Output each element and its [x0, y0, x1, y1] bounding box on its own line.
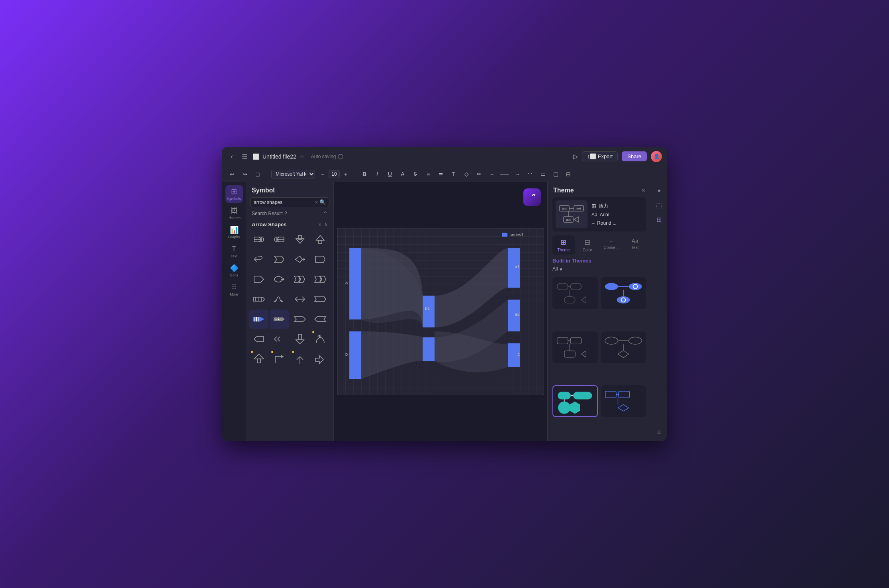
shape-left-solid[interactable] — [249, 329, 268, 349]
theme-card-blue-outline[interactable] — [601, 385, 646, 417]
shape-button[interactable]: ◇ — [461, 169, 472, 179]
right-sidebar-grid[interactable]: ⊞ — [654, 214, 665, 225]
tab-theme[interactable]: ⊞ Theme — [552, 235, 575, 255]
undo-button[interactable]: ↩ — [227, 169, 237, 179]
sidebar-item-symbols[interactable]: ⊞ Symbols — [225, 185, 243, 203]
theme-card-dark-diamond[interactable] — [601, 331, 646, 363]
align2-button[interactable]: ≣ — [436, 169, 446, 179]
sidebar-item-icons[interactable]: 🔷 Icons — [225, 262, 243, 279]
more-icon: ⠿ — [231, 283, 237, 292]
shape-s-curve[interactable] — [270, 290, 289, 309]
dotted-button[interactable]: ⋯ — [525, 169, 535, 179]
theme-card-light-rounded[interactable] — [552, 277, 598, 309]
section-toggle-button[interactable]: ∧ — [324, 221, 328, 227]
underline-button[interactable]: U — [385, 169, 395, 179]
canvas-area[interactable]: ʼʼ series1 — [334, 182, 547, 441]
strikethrough-button[interactable]: S̶ — [410, 169, 421, 179]
frame-button[interactable]: ▭ — [538, 169, 548, 179]
shape-right-notch[interactable] — [311, 290, 330, 309]
search-button[interactable]: 🔍 — [319, 199, 326, 205]
shape-left-curved[interactable] — [249, 250, 268, 269]
shape-down-arrow[interactable] — [290, 230, 309, 249]
svg-marker-80 — [618, 405, 629, 411]
shape-up-curve[interactable] — [311, 329, 330, 349]
line-style-button[interactable]: —— — [499, 169, 510, 179]
shape-up-arrow[interactable] — [311, 230, 330, 249]
right-sidebar-settings[interactable]: ≡ — [654, 427, 665, 438]
search-clear-button[interactable]: × — [315, 200, 318, 205]
redo-button[interactable]: ↪ — [240, 169, 250, 179]
shape-right-chevron-3[interactable] — [311, 250, 330, 269]
shape-left-arrow[interactable] — [270, 230, 289, 249]
section-close-button[interactable]: × — [318, 221, 321, 227]
share-button[interactable]: Share — [622, 151, 647, 161]
shape-oval-arrow[interactable] — [270, 270, 289, 289]
pencil-button[interactable]: ✏ — [474, 169, 484, 179]
right-sidebar-page[interactable]: ⬚ — [654, 200, 665, 211]
filter-row[interactable]: All ∨ — [552, 266, 646, 272]
font-selector[interactable]: Microsoft YaHei Arial Times New Roman — [271, 170, 315, 178]
shape-double-left[interactable] — [270, 329, 289, 349]
font-increase-button[interactable]: + — [341, 169, 351, 179]
connector-button[interactable]: ⌐ — [487, 169, 497, 179]
shape-filled-right-gray[interactable] — [270, 310, 289, 329]
collapse-button[interactable]: ⌃ — [323, 210, 328, 217]
arrow-button[interactable]: → — [512, 169, 523, 179]
menu-button[interactable]: ☰ — [240, 153, 249, 160]
shape-diamond-arrow[interactable] — [290, 250, 309, 269]
shape-pentagon[interactable] — [249, 270, 268, 289]
sidebar-item-more[interactable]: ⠿ More — [225, 281, 243, 298]
align-button[interactable]: ≡ — [423, 169, 433, 179]
toolbar: ↩ ↪ ◻ Microsoft YaHei Arial Times New Ro… — [222, 166, 667, 182]
search-input[interactable] — [254, 200, 313, 205]
svg-marker-13 — [315, 276, 321, 282]
frame2-button[interactable]: ▢ — [550, 169, 561, 179]
svg-marker-8 — [315, 256, 325, 263]
font-color-button[interactable]: A — [398, 169, 408, 179]
shape-striped[interactable] — [249, 290, 268, 309]
shape-right-chevron-2[interactable] — [270, 250, 289, 269]
symbol-panel: Symbol × 🔍 Search Result: 2 ⌃ Arrow Shap… — [246, 182, 334, 441]
shape-filled-right-blue[interactable] — [249, 310, 268, 329]
text-button[interactable]: T — [448, 169, 459, 179]
connector-label: Round ... — [597, 220, 617, 226]
theme-card-teal[interactable] — [552, 385, 598, 417]
star-icon[interactable]: ☆ — [300, 153, 305, 160]
avatar[interactable]: 👤 — [651, 151, 662, 162]
shape-double-chevron[interactable] — [290, 270, 309, 289]
back-button[interactable]: ‹ — [227, 153, 237, 160]
tab-connector[interactable]: ⌐ Conne... — [600, 235, 623, 255]
theme-card-dark-rounded[interactable] — [552, 331, 598, 363]
sidebar-item-pictures[interactable]: 🖼 Pictures — [225, 204, 243, 222]
bold-button[interactable]: B — [359, 169, 370, 179]
sidebar-item-text[interactable]: T Text — [225, 243, 243, 260]
shape-right-arrow[interactable] — [249, 230, 268, 249]
svg-rect-63 — [564, 351, 575, 357]
right-sidebar-sparkle[interactable]: ✦ — [654, 185, 665, 196]
play-button[interactable]: ▷ — [573, 153, 578, 160]
shape-up-2[interactable] — [290, 349, 309, 368]
sidebar-item-graphs[interactable]: 📊 Graphs — [225, 223, 243, 241]
search-bar: × 🔍 — [250, 197, 329, 207]
font-decrease-button[interactable]: − — [317, 169, 328, 179]
shape-left-right[interactable] — [290, 290, 309, 309]
filter-chevron-icon: ∨ — [559, 266, 563, 272]
tab-text[interactable]: Aa Text — [624, 235, 646, 255]
shape-plain-right[interactable] — [290, 310, 309, 329]
export-button[interactable]: ↑⬜ Export — [582, 151, 618, 161]
shape-down-solid[interactable] — [290, 329, 309, 349]
theme-card-blue-rounded[interactable] — [601, 277, 646, 309]
shape-corner-right[interactable] — [270, 349, 289, 368]
shape-plain-left[interactable] — [311, 310, 330, 329]
shape-up-plain[interactable] — [249, 349, 268, 368]
italic-button[interactable]: I — [372, 169, 382, 179]
shape-double-arrow-right[interactable] — [311, 270, 330, 289]
tab-color[interactable]: ⊟ Color — [576, 235, 599, 255]
align-h-button[interactable]: ⊟ — [563, 169, 574, 179]
svg-marker-69 — [618, 350, 629, 357]
svg-rect-5 — [319, 240, 322, 243]
shape-extra[interactable] — [311, 349, 330, 368]
clear-button[interactable]: ◻ — [253, 169, 263, 179]
panel-close-button[interactable]: × — [642, 187, 645, 194]
svg-marker-29 — [254, 354, 264, 359]
